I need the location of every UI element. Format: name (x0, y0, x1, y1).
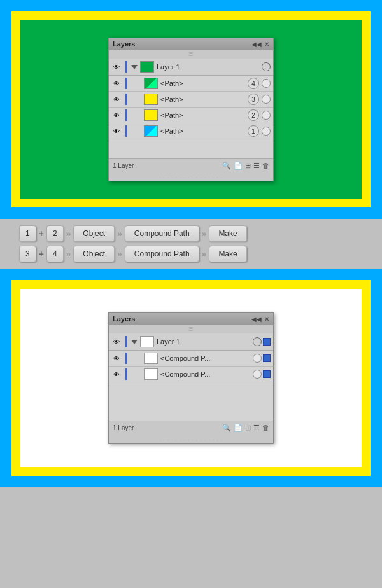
chevron-2: » (117, 228, 122, 239)
bottom-add-layer-icon[interactable]: 📄 (234, 424, 243, 432)
compound-path-btn-2[interactable]: Compound Path (125, 246, 199, 262)
path4-name: <Path> (160, 80, 245, 87)
step1-btn[interactable]: 1 (19, 225, 36, 242)
bottom-panel-title: Layers (113, 315, 135, 323)
path-row-3[interactable]: <Path> 3 (109, 92, 273, 108)
collapse-icon[interactable]: ◀◀ (251, 41, 262, 48)
compound-blue-line-2 (125, 368, 127, 380)
bottom-blue-line (125, 336, 127, 347)
bottom-footer-icons: 🔍 📄 ⊞ ☰ 🗑 (222, 424, 269, 432)
eye-icon-compound1[interactable] (111, 353, 122, 363)
blue-line-2 (125, 109, 127, 121)
layer1-swatch (140, 61, 154, 73)
bottom-resize-handle[interactable]: . . . . . . . . . . . . . . . . (109, 435, 273, 443)
path1-swatch (144, 125, 158, 137)
move-icon[interactable]: ☰ (253, 162, 260, 170)
plus-2: + (39, 249, 44, 259)
path3-swatch (144, 94, 158, 105)
compound2-indicators (253, 370, 271, 379)
arrow-row-2: 3 + 4 » Object » Compound Path » Make (19, 246, 363, 262)
layer1-header-row[interactable]: Layer 1 (109, 59, 273, 76)
chevron-3: » (202, 228, 207, 239)
bottom-titlebar: Layers ◀◀ ✕ (109, 313, 273, 325)
expand-triangle[interactable] (131, 65, 138, 69)
bottom-panel-menu: ☰ (109, 325, 273, 333)
top-titlebar: Layers ◀◀ ✕ (109, 38, 273, 50)
path-row-2[interactable]: <Path> 2 (109, 108, 273, 123)
search-footer-icon[interactable]: 🔍 (222, 162, 231, 170)
empty-space (109, 139, 273, 158)
eye-icon-path4[interactable] (111, 78, 122, 88)
bottom-expand-triangle[interactable] (131, 340, 138, 344)
path1-badge: 1 (248, 125, 259, 137)
top-layers-footer: 1 Layer 🔍 📄 ⊞ ☰ 🗑 (109, 158, 273, 172)
bottom-section: Layers ◀◀ ✕ ☰ Layer 1 (0, 269, 382, 487)
bottom-layers-icon[interactable]: ⊞ (245, 424, 251, 432)
path-row-1[interactable]: <Path> 1 (109, 123, 273, 139)
bottom-layers-panel: Layers ◀◀ ✕ ☰ Layer 1 (108, 312, 274, 444)
bottom-search-icon[interactable]: 🔍 (222, 424, 231, 432)
middle-section: 1 + 2 » Object » Compound Path » Make 3 … (0, 219, 382, 269)
bottom-layers-footer: 1 Layer 🔍 📄 ⊞ ☰ 🗑 (109, 421, 273, 435)
path2-circle (262, 111, 271, 120)
bottom-layer-count: 1 Layer (113, 424, 134, 431)
eye-icon-compound2[interactable] (111, 369, 122, 379)
eye-icon-path3[interactable] (111, 94, 122, 104)
path4-badge: 4 (248, 78, 259, 89)
path4-swatch (144, 78, 158, 89)
step3-btn[interactable]: 3 (19, 246, 36, 262)
bottom-layer1-circle (253, 337, 262, 346)
resize-handle[interactable]: . . . . . . . . . . . . . . . . (109, 172, 273, 181)
layers-icon[interactable]: ⊞ (245, 162, 251, 170)
object-btn-2[interactable]: Object (73, 246, 115, 262)
chevron-6: » (202, 249, 207, 259)
bottom-close-icon[interactable]: ✕ (264, 316, 269, 323)
bottom-layer1-name: Layer 1 (157, 338, 250, 346)
layer1-name: Layer 1 (157, 63, 259, 71)
compound-blue-line-1 (125, 353, 127, 364)
eye-icon-path1[interactable] (111, 126, 122, 136)
compound1-square (263, 354, 271, 362)
object-btn-1[interactable]: Object (73, 225, 115, 242)
blue-line-1 (125, 125, 127, 137)
compound-row-2[interactable]: <Compound P... (109, 367, 273, 382)
make-btn-1[interactable]: Make (209, 225, 246, 242)
yellow-border-bottom: Layers ◀◀ ✕ ☰ Layer 1 (11, 280, 371, 476)
layer1-circle (262, 62, 271, 71)
step4-btn[interactable]: 4 (46, 246, 64, 262)
make-btn-2[interactable]: Make (209, 246, 246, 262)
top-panel-title: Layers (113, 40, 135, 48)
compound1-swatch (144, 353, 158, 364)
close-icon[interactable]: ✕ (264, 41, 269, 48)
bottom-layer1-header[interactable]: Layer 1 (109, 333, 273, 351)
path-row-4[interactable]: <Path> 4 (109, 76, 273, 92)
path2-swatch (144, 109, 158, 121)
path2-name: <Path> (160, 111, 245, 119)
compound2-name: <Compound P... (160, 370, 250, 378)
path3-circle (262, 95, 271, 104)
plus-1: + (39, 228, 44, 239)
eye-icon-layer1[interactable] (111, 62, 122, 72)
delete-icon[interactable]: 🗑 (262, 162, 269, 170)
eye-icon-bottom-layer1[interactable] (111, 337, 122, 347)
add-layer-icon[interactable]: 📄 (234, 162, 243, 170)
compound1-indicators (253, 354, 271, 363)
bottom-delete-icon[interactable]: 🗑 (262, 424, 269, 432)
path4-circle (262, 79, 271, 88)
compound-row-1[interactable]: <Compound P... (109, 351, 273, 367)
panel-menu: ☰ (109, 50, 273, 59)
bottom-collapse-icon[interactable]: ◀◀ (251, 316, 262, 323)
compound-path-btn-1[interactable]: Compound Path (125, 225, 199, 242)
bottom-titlebar-controls: ◀◀ ✕ (251, 316, 269, 323)
blue-line-3 (125, 94, 127, 105)
step2-btn[interactable]: 2 (46, 225, 64, 242)
bottom-layer1-square (263, 338, 271, 346)
chevron-4: » (66, 249, 71, 259)
compound1-name: <Compound P... (160, 354, 250, 362)
path2-badge: 2 (248, 109, 259, 121)
eye-icon-path2[interactable] (111, 110, 122, 120)
chevron-1: » (66, 228, 71, 239)
bottom-move-icon[interactable]: ☰ (253, 424, 260, 432)
top-section: Layers ◀◀ ✕ ☰ Layer 1 (0, 0, 382, 219)
bottom-empty-space (109, 382, 273, 421)
